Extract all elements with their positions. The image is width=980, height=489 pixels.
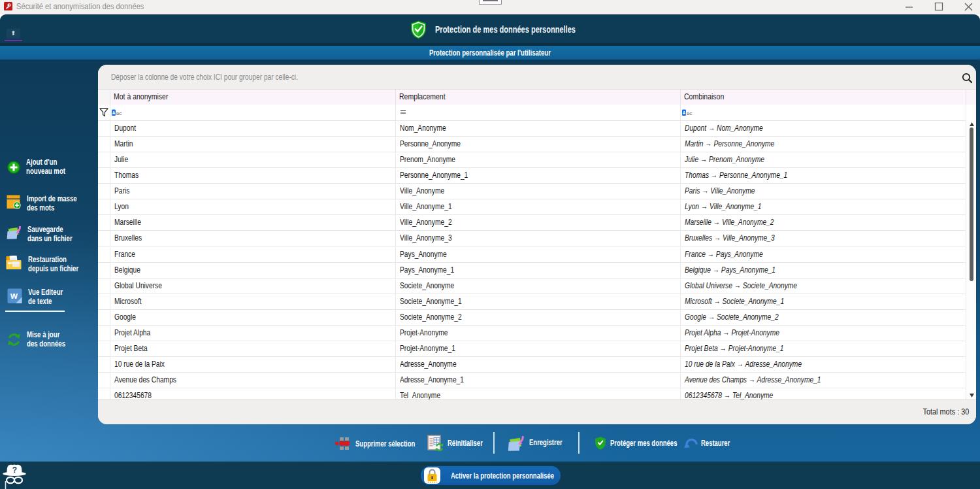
svg-text:A: A	[112, 110, 116, 115]
svg-text:BC: BC	[687, 111, 693, 115]
svg-text:w: w	[10, 290, 18, 301]
svg-text:BC: BC	[116, 111, 122, 115]
svg-text:?: ?	[12, 465, 17, 475]
svg-text:A: A	[683, 110, 686, 115]
